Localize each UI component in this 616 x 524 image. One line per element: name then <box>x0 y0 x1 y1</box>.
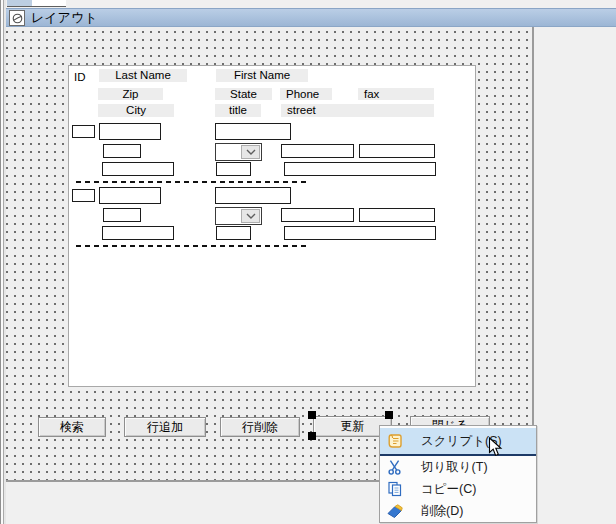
street-input[interactable] <box>284 226 436 240</box>
title-input[interactable] <box>216 226 251 240</box>
chevron-down-icon[interactable] <box>241 145 260 159</box>
delete-row-button[interactable]: 行削除 <box>220 417 300 437</box>
script-icon <box>386 432 404 450</box>
street-input[interactable] <box>284 162 436 176</box>
copy-icon <box>386 480 404 498</box>
layout-window-icon <box>9 10 25 26</box>
chevron-down-icon[interactable] <box>241 209 260 223</box>
first-name-header-label: First Name <box>216 69 308 82</box>
zip-input[interactable] <box>103 144 141 158</box>
selection-handle-top-left[interactable] <box>308 411 316 419</box>
menu-item-script[interactable]: スクリプト(S) <box>380 428 536 454</box>
state-header-label: State <box>215 88 272 100</box>
phone-header-label: Phone <box>280 88 332 100</box>
title-header-label: title <box>215 104 261 117</box>
record-1 <box>69 123 477 181</box>
menu-item-cut[interactable]: 切り取り(T) <box>380 456 536 478</box>
record-separator <box>76 181 307 183</box>
add-row-button[interactable]: 行追加 <box>124 417 206 437</box>
menu-item-delete[interactable]: 削除(D) <box>380 500 536 522</box>
menu-item-copy[interactable]: コピー(C) <box>380 478 536 500</box>
street-header-label: street <box>281 104 434 117</box>
top-edge-fragment <box>7 0 32 7</box>
scissors-icon <box>386 458 404 476</box>
title-input[interactable] <box>216 162 251 176</box>
state-combobox[interactable] <box>215 143 262 161</box>
last-name-input[interactable] <box>99 123 161 140</box>
fax-input[interactable] <box>359 208 435 222</box>
selection-handle-bottom-left[interactable] <box>308 432 316 440</box>
title-bar[interactable]: レイアウト <box>6 8 616 27</box>
menu-item-label: 切り取り(T) <box>421 459 488 476</box>
mouse-cursor-icon <box>488 437 503 462</box>
selection-handle-top-right[interactable] <box>385 411 393 419</box>
phone-input[interactable] <box>281 208 354 222</box>
zip-input[interactable] <box>103 208 141 222</box>
menu-item-label: 削除(D) <box>421 503 463 520</box>
zip-header-label: Zip <box>98 88 163 100</box>
last-name-input[interactable] <box>99 187 161 204</box>
city-header-label: City <box>98 104 174 117</box>
last-name-header-label: Last Name <box>99 69 187 82</box>
layout-designer-window: レイアウト ID Last Name First Name Zip State … <box>0 0 616 524</box>
city-input[interactable] <box>102 162 174 176</box>
top-edge-fragment-light <box>32 0 66 7</box>
record-2 <box>69 187 477 245</box>
search-button[interactable]: 検索 <box>38 417 106 437</box>
eraser-icon <box>386 502 404 520</box>
context-menu: スクリプト(S) 切り取り(T) <box>379 425 537 523</box>
city-input[interactable] <box>102 226 174 240</box>
first-name-input[interactable] <box>215 123 291 140</box>
menu-item-label: コピー(C) <box>421 481 476 498</box>
fax-header-label: fax <box>358 88 434 100</box>
first-name-input[interactable] <box>215 187 291 204</box>
id-header-label: ID <box>74 71 86 83</box>
record-separator <box>76 245 307 247</box>
design-canvas[interactable]: ID Last Name First Name Zip State Phone … <box>6 27 534 482</box>
id-input[interactable] <box>72 125 95 138</box>
fax-input[interactable] <box>359 144 435 158</box>
state-combobox[interactable] <box>215 207 262 225</box>
form-panel: ID Last Name First Name Zip State Phone … <box>68 65 476 387</box>
phone-input[interactable] <box>281 144 354 158</box>
window-title: レイアウト <box>31 9 98 27</box>
id-input[interactable] <box>72 189 95 202</box>
